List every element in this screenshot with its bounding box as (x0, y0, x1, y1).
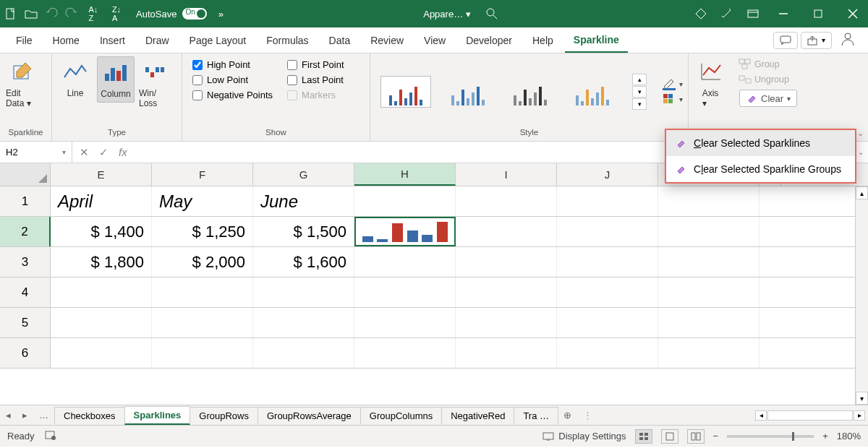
ribbon-collapse-icon[interactable]: ⌄ (857, 129, 864, 138)
tab-nav-prev[interactable]: ◂ (0, 410, 17, 421)
tab-developer[interactable]: Developer (457, 29, 521, 52)
sheet-tab-checkboxes[interactable]: Checkboxes (54, 407, 125, 424)
sheet-tab-grouprowsaverage[interactable]: GroupRowsAverage (258, 407, 361, 424)
redo-icon[interactable] (65, 7, 78, 20)
view-page-break-button[interactable] (687, 429, 705, 444)
tab-page-layout[interactable]: Page Layout (181, 29, 255, 52)
col-header-G[interactable]: G (253, 163, 354, 186)
fx-icon[interactable]: fx (119, 146, 127, 158)
row-header-1[interactable]: 1 (0, 186, 51, 216)
close-button[interactable] (842, 3, 864, 25)
zoom-level[interactable]: 180% (837, 431, 861, 441)
name-box[interactable]: H2 ▾ (0, 142, 72, 163)
tab-sparkline[interactable]: Sparkline (565, 28, 628, 53)
cancel-icon[interactable]: ✕ (80, 146, 89, 159)
sheet-tab-negativered[interactable]: NegativeRed (441, 407, 514, 424)
display-settings-button[interactable]: Display Settings (542, 431, 626, 441)
select-all-corner[interactable] (0, 163, 51, 186)
sort-desc-icon[interactable]: Z↓A (109, 7, 124, 20)
cell-K2[interactable] (658, 217, 760, 246)
sort-asc-icon[interactable]: A↓Z (85, 7, 101, 20)
cell-H2-active[interactable] (354, 217, 456, 246)
cell-G1[interactable]: June (253, 186, 354, 216)
style-swatch-4[interactable] (567, 76, 618, 108)
edit-data-button[interactable]: Edit Data ▾ (4, 56, 42, 111)
sheet-tab-sparklines[interactable]: Sparklines (124, 406, 191, 425)
tab-formulas[interactable]: Formulas (258, 29, 317, 52)
sheet-tab-groupcolumns[interactable]: GroupColumns (360, 407, 442, 424)
row-header-6[interactable]: 6 (0, 338, 51, 368)
check-high-point[interactable]: High Point (192, 59, 273, 70)
tab-home[interactable]: Home (44, 29, 88, 52)
sheet-tab-grouprows[interactable]: GroupRows (190, 407, 258, 424)
row-header-5[interactable]: 5 (0, 308, 51, 337)
comments-button[interactable] (773, 32, 798, 49)
undo-icon[interactable] (45, 7, 58, 20)
cell-I1[interactable] (456, 186, 557, 216)
check-low-point[interactable]: Low Point (192, 74, 273, 85)
enter-icon[interactable]: ✓ (99, 146, 109, 159)
macro-record-icon[interactable] (45, 430, 56, 442)
cell-E3[interactable]: $ 1,800 (51, 247, 152, 277)
cell-F1[interactable]: May (152, 186, 253, 216)
sparkline-color-button[interactable]: ▾ (663, 78, 683, 90)
cell-F3[interactable]: $ 2,000 (152, 247, 253, 277)
sheet-tab-tra[interactable]: Tra … (514, 407, 558, 424)
sparkle-icon[interactable] (720, 7, 733, 20)
open-folder-icon[interactable] (25, 7, 38, 20)
account-icon[interactable] (835, 32, 861, 48)
cell-G2[interactable]: $ 1,500 (253, 217, 354, 246)
type-line-button[interactable]: Line (56, 56, 94, 101)
minimize-button[interactable] (773, 3, 794, 25)
axis-button[interactable]: Axis▾ (693, 56, 728, 111)
clear-selected-sparklines[interactable]: Clear Selected Sparklines (666, 130, 855, 156)
style-gallery[interactable]: ▴▾▾ (375, 71, 652, 113)
check-last-point[interactable]: Last Point (287, 74, 344, 85)
ribbon-display-icon[interactable] (746, 7, 760, 20)
vertical-scrollbar[interactable]: ▴ ▾ (855, 186, 868, 405)
clear-button[interactable]: Clear ▾ (739, 90, 797, 107)
cell-H3[interactable] (354, 247, 456, 277)
ungroup-button[interactable]: Ungroup (739, 74, 797, 85)
tab-nav-more[interactable]: … (33, 410, 54, 421)
tab-insert[interactable]: Insert (91, 29, 134, 52)
type-column-button[interactable]: Column (97, 56, 135, 103)
tab-help[interactable]: Help (524, 29, 562, 52)
col-header-J[interactable]: J (557, 163, 658, 186)
cell-I2[interactable] (456, 217, 557, 246)
style-swatch-3[interactable] (505, 76, 556, 108)
view-page-layout-button[interactable] (661, 429, 678, 444)
share-button[interactable]: ▾ (801, 32, 832, 49)
cell-E2[interactable]: $ 1,400 (51, 217, 152, 246)
row-header-2[interactable]: 2 (0, 217, 51, 246)
tab-nav-next[interactable]: ▸ (17, 410, 33, 421)
col-header-E[interactable]: E (51, 163, 152, 186)
diamond-icon[interactable] (694, 7, 707, 20)
check-negative[interactable]: Negative Points (192, 90, 273, 100)
maximize-button[interactable] (807, 3, 829, 25)
horizontal-scrollbar[interactable]: ◂▸ (752, 410, 868, 421)
marker-color-button[interactable]: ▾ (663, 93, 683, 105)
check-markers[interactable]: Markers (287, 90, 344, 100)
col-header-I[interactable]: I (456, 163, 557, 186)
zoom-out-button[interactable]: − (713, 431, 719, 441)
tab-draw[interactable]: Draw (137, 29, 178, 52)
autosave-toggle[interactable]: On (182, 8, 207, 20)
cell-K3[interactable] (658, 247, 760, 277)
style-swatch-1[interactable] (380, 76, 431, 108)
tab-review[interactable]: Review (362, 29, 412, 52)
gallery-spin[interactable]: ▴▾▾ (632, 74, 647, 110)
col-header-H[interactable]: H (354, 163, 456, 186)
qat-overflow-icon[interactable]: » (214, 7, 227, 20)
cell-J2[interactable] (557, 217, 658, 246)
tab-data[interactable]: Data (320, 29, 359, 52)
view-normal-button[interactable] (635, 429, 652, 444)
cell-I3[interactable] (456, 247, 557, 277)
cell-E1[interactable]: April (51, 186, 152, 216)
col-header-F[interactable]: F (152, 163, 253, 186)
cell-J3[interactable] (557, 247, 658, 277)
clear-selected-sparkline-groups[interactable]: Clear Selected Sparkline Groups (666, 156, 855, 182)
row-header-4[interactable]: 4 (0, 277, 51, 307)
zoom-slider[interactable] (727, 435, 814, 438)
new-file-icon[interactable] (4, 7, 17, 20)
